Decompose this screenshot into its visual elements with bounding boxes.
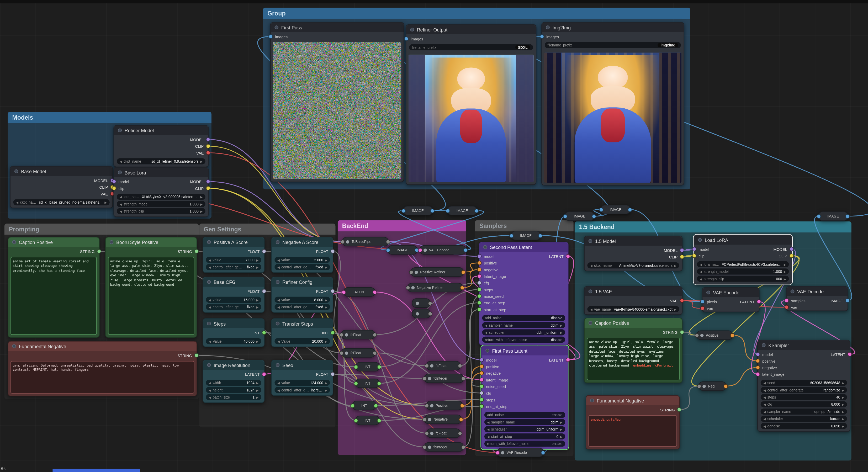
float-input-dot[interactable] — [479, 391, 484, 395]
float-output-dot[interactable] — [330, 289, 335, 293]
output-slot-MODEL[interactable]: MODEL — [190, 136, 208, 143]
output-slot-LATENT[interactable]: LATENT — [831, 351, 849, 357]
widget-value[interactable]: 1.000 — [773, 270, 782, 273]
output-dot[interactable] — [377, 365, 381, 369]
decrement-arrow-icon[interactable]: ◀ — [16, 201, 19, 204]
node-pos-15[interactable]: Positive — [696, 330, 733, 340]
increment-arrow-icon[interactable]: ▶ — [560, 323, 563, 327]
input-dot[interactable] — [697, 384, 702, 388]
increment-arrow-icon[interactable]: ▶ — [256, 381, 258, 385]
node-img-e[interactable]: IMAGE — [818, 212, 848, 221]
image-output-dot[interactable] — [845, 298, 850, 303]
input-dot[interactable] — [354, 381, 358, 386]
input-dot[interactable] — [339, 333, 344, 337]
int-input-dot[interactable] — [479, 384, 484, 388]
widget-sampler_name[interactable]: ◀sampler_nameddim▶ — [485, 419, 565, 425]
widget-value[interactable]: 40.000 — [244, 339, 254, 343]
increment-arrow-icon[interactable]: ▶ — [200, 210, 203, 213]
node-negative-refiner[interactable]: Negative Refiner — [407, 283, 463, 292]
float-output-dot[interactable] — [262, 289, 266, 293]
output-slot-STRING[interactable]: STRING — [177, 352, 196, 359]
input-slot-noise_seed[interactable]: noise_seed — [479, 293, 503, 300]
widget-value[interactable]: enable — [552, 442, 562, 446]
output-slot-CLIP[interactable]: CLIP — [195, 143, 208, 149]
widget-value[interactable]: ◀value124.000▶ — [275, 380, 330, 386]
increment-arrow-icon[interactable]: ▶ — [256, 265, 258, 269]
widget-value[interactable]: randomize — [824, 388, 840, 392]
node-seed[interactable]: SeedFLOAT◀value124.000▶◀control_after_ge… — [271, 360, 333, 396]
decrement-arrow-icon[interactable]: ◀ — [487, 435, 490, 438]
increment-arrow-icon[interactable]: ▶ — [842, 417, 844, 420]
output-slot-LATENT[interactable]: LATENT — [740, 298, 759, 305]
node-fcfloat-l1[interactable]: fcFloat — [341, 330, 375, 339]
node-titlebar[interactable]: Caption Positive — [585, 318, 682, 328]
increment-arrow-icon[interactable]: ▶ — [784, 277, 786, 281]
increment-arrow-icon[interactable]: ▶ — [842, 424, 844, 428]
increment-arrow-icon[interactable]: ▶ — [560, 435, 563, 438]
widget-value[interactable]: ◀value2.000▶ — [275, 257, 330, 263]
float-output-dot[interactable] — [330, 249, 335, 253]
collapse-dot-icon[interactable] — [118, 170, 122, 175]
node-titlebar[interactable]: Refiner Config — [272, 277, 333, 287]
node-image-resolution[interactable]: Image ResolutionLATENT◀width1024▶◀height… — [203, 360, 265, 403]
node-transfer-steps[interactable]: Transfer StepsINT◀Value20.000▶ — [271, 318, 333, 347]
vae-input-dot[interactable] — [784, 305, 789, 309]
output-slot-STRING[interactable]: STRING — [663, 329, 682, 335]
node-titlebar[interactable]: Base Lora — [114, 168, 208, 177]
node-base-cfg[interactable]: Base CFGFLOAT◀value16.000▶◀control_after… — [203, 277, 265, 313]
collapse-dot-icon[interactable] — [706, 291, 710, 295]
node-titlebar[interactable]: Image Resolution — [203, 360, 264, 370]
image-input-dot[interactable] — [269, 34, 273, 39]
input-slot-model[interactable]: model — [479, 253, 494, 259]
string-output-dot[interactable] — [680, 330, 684, 334]
widget-vae_name[interactable]: ◀vae_namevae-ft-mse-840000-ema-pruned.ck… — [587, 306, 679, 312]
output-slot-IMAGE[interactable]: IMAGE — [831, 297, 847, 304]
collapse-dot-icon[interactable] — [790, 289, 795, 293]
input-slot-clip[interactable]: clip — [694, 252, 705, 259]
latent-output-dot[interactable] — [847, 352, 852, 356]
decrement-arrow-icon[interactable]: ◀ — [277, 388, 280, 392]
input-dot[interactable] — [495, 450, 500, 455]
widget-value[interactable]: disable — [551, 316, 562, 320]
output-dot[interactable] — [458, 364, 462, 368]
output-dot[interactable] — [730, 333, 735, 337]
decrement-arrow-icon[interactable]: ◀ — [277, 258, 280, 261]
decrement-arrow-icon[interactable]: ◀ — [487, 420, 490, 424]
string-output-dot[interactable] — [194, 249, 199, 253]
model-output-dot[interactable] — [789, 247, 794, 251]
node-int-3[interactable]: INT — [352, 401, 376, 410]
increment-arrow-icon[interactable]: ▶ — [842, 403, 844, 406]
node-titlebar[interactable]: VAE Decode — [787, 287, 847, 296]
input-dot[interactable] — [599, 207, 603, 212]
increment-arrow-icon[interactable]: ▶ — [200, 195, 203, 199]
increment-arrow-icon[interactable]: ▶ — [325, 340, 327, 343]
node-fcfloat-r1[interactable]: fcFloat — [426, 361, 461, 371]
increment-arrow-icon[interactable]: ▶ — [256, 305, 258, 309]
output-dot[interactable] — [373, 333, 377, 337]
widget-lora_name[interactable]: ◀lora_nameXLtdStylesXLv2-000005.safetens… — [117, 194, 206, 200]
int-input-dot[interactable] — [477, 307, 482, 312]
node-titlebar[interactable]: Positive A Score — [203, 238, 264, 247]
node-int-4[interactable]: INT — [355, 416, 380, 425]
increment-arrow-icon[interactable]: ▶ — [256, 388, 258, 392]
input-dot[interactable] — [816, 214, 821, 218]
output-dot[interactable] — [373, 350, 377, 355]
output-slot-FLOAT[interactable]: FLOAT — [316, 248, 333, 254]
output-slot-FLOAT[interactable]: FLOAT — [247, 248, 264, 254]
output-dot[interactable] — [373, 290, 377, 294]
node-titlebar[interactable]: Base Model — [10, 167, 112, 176]
decrement-arrow-icon[interactable]: ◀ — [590, 308, 592, 311]
node-img-d[interactable]: IMAGE — [600, 205, 630, 214]
widget-filename_prefix[interactable]: filename_prefiximg2img — [545, 42, 681, 48]
widget-start_at_step[interactable]: ◀start_at_step0▶ — [485, 434, 565, 439]
clip-input-dot[interactable] — [692, 253, 696, 258]
output-slot-FLOAT[interactable]: FLOAT — [316, 288, 333, 294]
decrement-arrow-icon[interactable]: ◀ — [487, 428, 490, 431]
prompt-textarea[interactable]: anime art of female wearing corset and s… — [10, 257, 97, 335]
widget-control_after_generate[interactable]: ◀control_after_generatefixed▶ — [206, 304, 261, 310]
widget-add_noise[interactable]: add_noiseenable — [485, 412, 565, 418]
input-slot-images[interactable]: images — [271, 33, 288, 40]
decrement-arrow-icon[interactable]: ◀ — [120, 195, 122, 199]
collapse-dot-icon[interactable] — [411, 286, 415, 289]
node-vae-decode-b[interactable]: VAE Decode — [420, 245, 466, 255]
